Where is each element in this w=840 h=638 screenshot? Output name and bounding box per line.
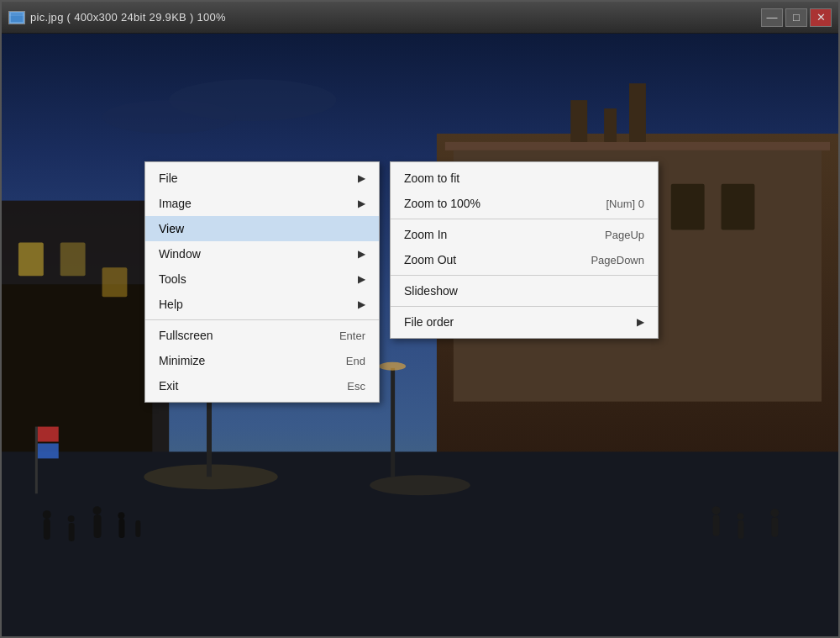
help-arrow-icon: ▶ [358,298,365,310]
menu-file-label: File [159,171,351,185]
menu-image-label: Image [159,197,351,210]
submenu-item-zoom-in[interactable]: Zoom In PageUp [391,222,658,247]
svg-rect-17 [629,83,646,142]
svg-point-32 [379,362,406,371]
menu-item-file[interactable]: File ▶ [145,166,379,191]
window-arrow-icon: ▶ [358,248,365,260]
app-icon [8,11,25,24]
svg-point-36 [68,515,75,522]
tools-arrow-icon: ▶ [358,273,365,285]
menu-item-image[interactable]: Image ▶ [145,191,379,216]
menu-fullscreen-label: Fullscreen [159,329,314,342]
menu-item-exit[interactable]: Exit Esc [145,373,379,398]
submenu-separator-2 [391,275,658,276]
title-bar: pic.jpg ( 400x300 24bit 29.9KB ) 100% — … [2,2,838,34]
window-title: pic.jpg ( 400x300 24bit 29.9KB ) 100% [30,11,226,24]
fullscreen-shortcut: Enter [339,330,365,342]
svg-rect-23 [102,267,128,297]
zoom-out-shortcut: PageDown [560,254,644,266]
svg-rect-14 [671,184,705,230]
svg-rect-44 [738,520,743,539]
submenu-item-zoom-out[interactable]: Zoom Out PageDown [391,247,658,272]
menu-item-fullscreen[interactable]: Fullscreen Enter [145,323,379,348]
svg-rect-41 [135,520,140,537]
zoom-in-shortcut: PageUp [560,229,644,241]
submenu-item-zoom-fit[interactable]: Zoom to fit [391,166,658,191]
title-bar-left: pic.jpg ( 400x300 24bit 29.9KB ) 100% [8,11,226,24]
svg-point-38 [93,506,102,514]
menu-view-label: View [159,222,365,235]
minimize-button[interactable]: — [761,8,783,27]
svg-rect-42 [713,514,720,536]
svg-rect-49 [38,427,59,442]
svg-point-45 [737,513,743,519]
title-bar-buttons: — □ ✕ [761,8,832,27]
menu-separator-1 [145,319,379,320]
svg-rect-15 [722,184,755,230]
minimize-shortcut: End [346,355,365,367]
svg-rect-33 [44,519,50,540]
menu-item-window[interactable]: Window ▶ [145,241,379,266]
svg-rect-39 [118,519,124,538]
svg-point-47 [770,509,779,517]
svg-rect-48 [35,427,38,494]
zoom-fit-label: Zoom to fit [404,171,535,185]
maximize-button[interactable]: □ [785,8,807,27]
zoom-out-label: Zoom Out [404,253,535,266]
menu-item-view[interactable]: View [145,216,379,241]
svg-rect-35 [69,523,75,541]
menu-item-help[interactable]: Help ▶ [145,292,379,317]
file-arrow-icon: ▶ [358,172,365,184]
menu-item-minimize[interactable]: Minimize End [145,348,379,373]
image-arrow-icon: ▶ [358,198,365,209]
submenu-item-slideshow[interactable]: Slideshow [391,278,658,303]
slideshow-label: Slideshow [404,284,535,298]
svg-rect-0 [9,12,24,24]
exit-shortcut: Esc [347,380,365,393]
svg-rect-31 [391,368,395,477]
svg-rect-37 [94,514,102,538]
svg-point-40 [118,512,124,519]
submenu-separator-1 [391,219,658,219]
file-order-arrow-icon: ▶ [637,316,644,328]
app-window: pic.jpg ( 400x300 24bit 29.9KB ) 100% — … [0,0,840,638]
svg-rect-18 [604,108,617,142]
file-order-label: File order [404,315,630,329]
view-submenu: Zoom to fit Zoom to 100% [Num] 0 Zoom In… [390,161,659,339]
svg-rect-8 [445,142,830,150]
svg-point-43 [712,506,721,514]
zoom-in-label: Zoom In [404,228,535,241]
main-menu: File ▶ Image ▶ View Window ▶ Tools ▶ [144,161,380,403]
svg-rect-50 [38,443,59,458]
zoom-100-shortcut: [Num] 0 [560,198,644,210]
menu-item-tools[interactable]: Tools ▶ [145,266,379,292]
submenu-item-file-order[interactable]: File order ▶ [391,309,658,335]
menu-minimize-label: Minimize [159,354,321,367]
svg-point-26 [370,475,470,495]
menu-tools-label: Tools [159,272,351,286]
menu-help-label: Help [159,298,351,311]
svg-point-34 [43,510,51,519]
close-button[interactable]: ✕ [810,8,832,27]
menu-exit-label: Exit [159,379,322,393]
svg-rect-22 [60,242,86,276]
zoom-100-label: Zoom to 100% [404,197,535,210]
svg-point-52 [102,100,236,134]
svg-rect-16 [570,100,587,142]
submenu-separator-3 [391,306,658,307]
submenu-item-zoom-100[interactable]: Zoom to 100% [Num] 0 [391,191,658,216]
svg-rect-21 [18,242,44,276]
svg-rect-46 [771,517,778,537]
menu-window-label: Window [159,247,351,261]
